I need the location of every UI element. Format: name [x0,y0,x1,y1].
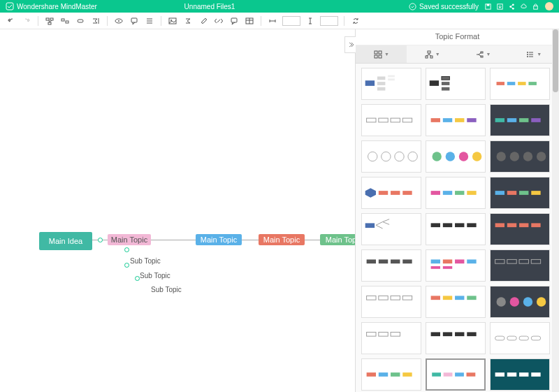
theme-option[interactable] [426,358,486,391]
svg-rect-86 [443,223,452,227]
svg-rect-79 [467,191,476,195]
undo-button[interactable] [6,15,17,27]
tab-layout[interactable]: ▼ [407,45,458,63]
picture-button[interactable] [167,15,178,27]
svg-rect-14 [78,20,83,22]
theme-option[interactable] [426,249,486,282]
user-avatar[interactable] [545,2,553,10]
theme-option[interactable] [361,358,421,391]
formula-button[interactable] [182,15,194,27]
refresh-button[interactable] [350,15,361,27]
floating-topic-button[interactable] [59,15,71,27]
main-topic-node[interactable]: Main Topic [196,234,242,245]
boundary-button[interactable] [113,15,124,27]
svg-rect-132 [391,372,400,377]
svg-rect-78 [455,191,464,195]
svg-rect-112 [443,296,452,300]
svg-rect-133 [402,372,412,377]
svg-rect-113 [455,296,464,300]
width-input[interactable] [282,16,300,26]
svg-rect-9 [46,18,49,20]
redo-button[interactable] [21,15,32,27]
theme-option[interactable] [490,249,550,282]
scrollbar-thumb[interactable] [553,29,558,92]
sub-topic-node[interactable]: Sub Topic [151,286,182,293]
panel-tabs: ▼ ▼ ▼ ▼ [356,45,559,64]
main-idea-node[interactable]: Main Idea [39,232,92,250]
theme-option[interactable] [490,213,550,245]
theme-option[interactable] [490,68,550,100]
theme-option[interactable] [426,322,486,354]
subtopic-button[interactable] [44,15,55,27]
app-name: Wondershare MindMaster [17,3,97,10]
share-icon[interactable] [508,3,516,10]
structure-icon [424,50,434,59]
attachment-button[interactable] [198,15,209,27]
theme-option[interactable] [361,177,421,209]
relationship-button[interactable] [75,15,86,27]
theme-option[interactable] [361,68,421,100]
theme-option[interactable] [361,249,421,282]
tab-branch[interactable]: ▼ [458,45,509,63]
theme-option[interactable] [361,286,421,318]
hyperlink-button[interactable] [213,15,224,27]
svg-rect-141 [531,372,540,377]
document-filename[interactable]: Unnamed Files1 [184,3,235,10]
svg-rect-136 [455,372,464,376]
svg-point-60 [368,152,377,161]
theme-option[interactable] [490,177,550,209]
title-bar: Wondershare MindMaster Unnamed Files1 Sa… [0,0,559,13]
svg-rect-108 [379,296,388,300]
theme-option[interactable] [490,140,550,173]
table-button[interactable] [244,15,255,27]
svg-rect-54 [455,118,464,122]
svg-point-33 [527,56,528,57]
theme-option[interactable] [361,322,421,354]
sub-topic-node[interactable]: Sub Topic [130,257,161,265]
callout-button[interactable] [129,15,140,27]
svg-rect-106 [531,259,540,263]
expand-collapse-button[interactable] [135,276,140,281]
expand-collapse-button[interactable] [98,238,103,242]
save-icon[interactable] [484,3,492,10]
theme-option[interactable] [426,104,486,136]
scrollbar[interactable] [552,29,559,392]
svg-rect-76 [431,191,440,195]
svg-rect-17 [131,18,137,22]
theme-option[interactable] [426,177,486,209]
main-topic-node[interactable]: Main Topic [259,234,305,245]
numbering-button[interactable] [144,15,155,27]
save-status-text: Saved successfully [419,3,479,10]
expand-collapse-button[interactable] [124,263,129,268]
tab-theme[interactable]: ▼ [356,45,407,63]
svg-point-1 [409,3,416,9]
theme-option[interactable] [490,104,550,136]
theme-option[interactable] [490,286,550,318]
theme-option[interactable] [361,140,421,173]
collapse-panel-button[interactable] [344,36,356,53]
svg-point-65 [446,152,455,161]
svg-point-118 [537,297,546,306]
svg-rect-0 [6,3,13,10]
main-topic-node[interactable]: Main Topic [108,234,151,245]
svg-rect-12 [61,19,64,21]
summary-button[interactable] [90,15,101,27]
theme-option[interactable] [426,140,486,173]
export-icon[interactable] [496,3,504,10]
theme-option[interactable] [361,213,421,245]
theme-option[interactable] [490,358,550,391]
theme-option[interactable] [426,213,486,245]
svg-rect-139 [507,372,516,377]
note-button[interactable] [228,15,240,27]
theme-option[interactable] [361,104,421,136]
svg-rect-119 [367,332,376,336]
height-input[interactable] [320,16,338,26]
expand-collapse-button[interactable] [124,247,129,252]
theme-option[interactable] [490,322,550,354]
theme-option[interactable] [426,286,486,318]
cloud-icon[interactable] [520,3,528,10]
sub-topic-node[interactable]: Sub Topic [140,272,170,280]
lock-icon[interactable] [532,3,539,10]
theme-option[interactable] [426,68,486,100]
svg-point-61 [382,152,391,161]
